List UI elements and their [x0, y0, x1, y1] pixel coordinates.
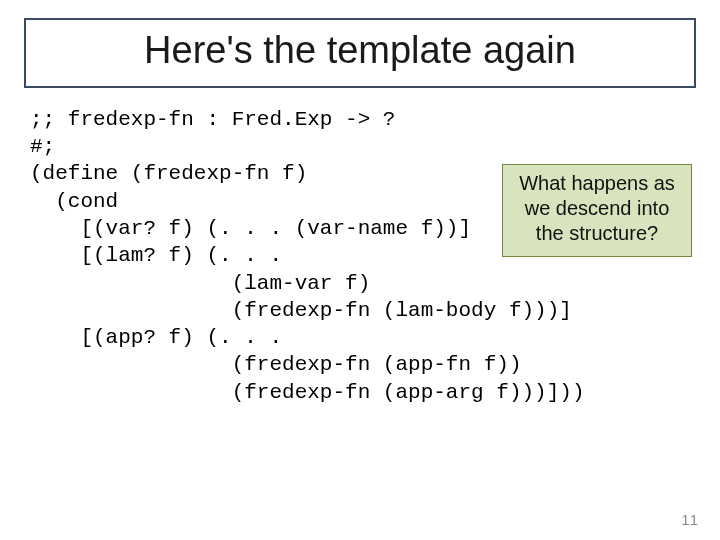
- page-title: Here's the template again: [40, 30, 680, 72]
- title-box: Here's the template again: [24, 18, 696, 88]
- callout-box: What happens as we descend into the stru…: [502, 164, 692, 257]
- page-number: 11: [681, 511, 698, 528]
- slide: Here's the template again ;; fredexp-fn …: [0, 0, 720, 540]
